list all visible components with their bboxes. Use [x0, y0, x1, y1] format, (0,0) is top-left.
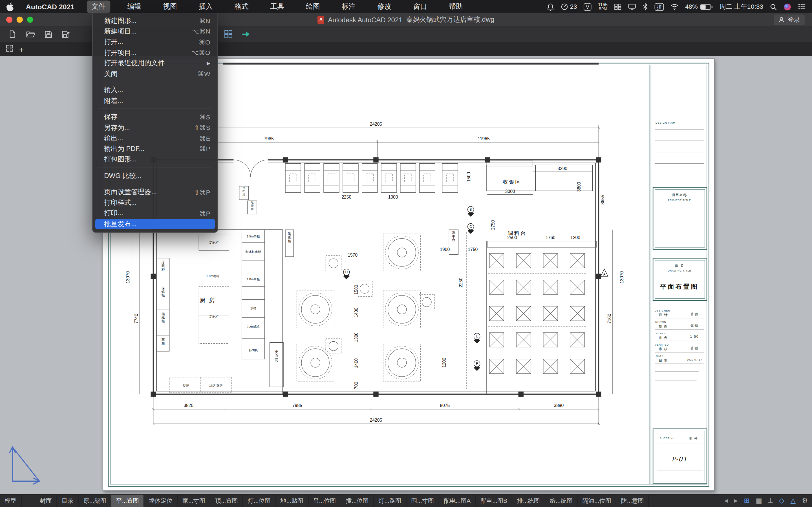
notifications-bell-icon[interactable] [547, 3, 554, 11]
menubar-menu-插入[interactable]: 插入 [194, 1, 217, 13]
app-menu-title[interactable]: AutoCAD 2021 [26, 3, 74, 11]
apple-menu-icon[interactable] [6, 2, 13, 11]
equip-label: 2.2m锅底 [247, 325, 260, 328]
room-label-kitchen: 厨 房 [200, 297, 216, 303]
layout-tab-13[interactable]: 围...寸图 [407, 495, 439, 507]
layout-tab-14[interactable]: 配电...图A [439, 495, 476, 507]
menubar-menu-帮助[interactable]: 帮助 [444, 1, 468, 13]
wifi-icon[interactable] [671, 4, 679, 10]
room-label-wash: 洗手台 [452, 231, 455, 242]
layout-tab-4[interactable]: 平...置图 [111, 495, 144, 507]
file-menu-item[interactable]: 页面设置管理器...⇧⌘P [93, 187, 218, 198]
file-menu-item[interactable]: 关闭⌘W [93, 68, 218, 79]
layout-tab-model[interactable]: 模型 [0, 495, 22, 507]
rpm-unit: RPM [599, 7, 607, 11]
annotation-scale-icon[interactable]: △ [790, 495, 795, 507]
display-icon[interactable] [628, 4, 636, 10]
file-menu-item[interactable]: 附着... [93, 96, 218, 106]
titleblock-sheet-label: SHEET No. [660, 437, 675, 440]
file-menu-item[interactable]: 打开项目...⌥⌘O [93, 47, 218, 58]
layout-tab-17[interactable]: 给...统图 [545, 495, 578, 507]
layout-tab-5[interactable]: 墙体定位 [144, 495, 177, 507]
ortho-mode-icon[interactable]: ⟂ [768, 495, 773, 507]
file-menu-item[interactable]: 打印样式... [93, 198, 218, 208]
layout-tab-18[interactable]: 隔油...位图 [578, 495, 616, 507]
file-menu-item[interactable]: 输入... [93, 85, 218, 96]
menubar-menu-文件[interactable]: 文件 [87, 1, 110, 13]
spotlight-search-icon[interactable] [770, 3, 777, 10]
menubar-menu-编辑[interactable]: 编辑 [123, 1, 146, 13]
file-menu-item[interactable]: 输出为 PDF...⌘P [93, 144, 218, 154]
control-center-icon[interactable] [798, 4, 806, 10]
titleblock-row-label: VERIFIED [655, 343, 669, 346]
cpu-gauge-indicator[interactable]: 23 [561, 3, 577, 10]
snap-mode-icon[interactable]: ▦ [756, 495, 762, 507]
tab-overview-grid-icon[interactable] [6, 45, 13, 54]
new-tab-plus-icon[interactable]: + [19, 45, 24, 53]
sign-in-button[interactable]: 登录 [774, 14, 805, 25]
menubar-menu-视图[interactable]: 视图 [158, 1, 182, 13]
file-menu-item[interactable]: 保存⌘S [93, 112, 218, 122]
menubar-menu-工具[interactable]: 工具 [266, 1, 289, 13]
marker-letter: F [476, 362, 478, 365]
dim-text: 7740 [134, 314, 139, 324]
layout-tab-11[interactable]: 插...位图 [341, 495, 374, 507]
layout-tab-16[interactable]: 排...统图 [512, 495, 545, 507]
menubar-menu-修改[interactable]: 修改 [373, 1, 396, 13]
file-menu-item[interactable]: 打印...⌘P [93, 208, 218, 219]
menubar-clock[interactable]: 周二 上午10:33 [719, 2, 763, 11]
file-menu-item[interactable]: DWG 比较... [93, 170, 218, 181]
layout-tab-15[interactable]: 配电...图B [476, 495, 512, 507]
dim-text: 3800 [576, 182, 581, 191]
layout-tab-12[interactable]: 灯...路图 [374, 495, 407, 507]
open-drawing-icon[interactable] [26, 31, 35, 38]
layout-tab-3[interactable]: 原...架图 [79, 495, 111, 507]
file-menu-item[interactable]: 打开最近使用的文件▶ [93, 58, 218, 69]
fan-rpm-indicator[interactable]: 1165 RPM [598, 3, 608, 11]
menu-item-label: 打印样式... [104, 198, 137, 207]
battery-indicator[interactable]: 48% [685, 3, 712, 10]
file-menu-item[interactable]: 打开...⌘O [93, 37, 218, 47]
v2ray-menu-icon[interactable]: V [583, 3, 591, 11]
layout-tab-10[interactable]: 吊...位图 [308, 495, 341, 507]
layout-tab-6[interactable]: 家...寸图 [177, 495, 210, 507]
file-menu-item[interactable]: 新建图形...⌘N [93, 15, 218, 26]
layout-tab-1[interactable]: 封面 [35, 495, 57, 507]
menubar-menu-窗口[interactable]: 窗口 [409, 1, 432, 13]
save-icon[interactable] [45, 30, 52, 38]
dim-text: 2250 [342, 194, 351, 200]
sheet-set-manager-icon[interactable] [224, 30, 232, 38]
stage-manager-icon[interactable] [614, 4, 622, 10]
menubar-menu-标注[interactable]: 标注 [337, 1, 360, 13]
layout-prev-icon[interactable]: ◀ [724, 495, 728, 507]
new-drawing-icon[interactable] [8, 30, 16, 38]
file-menu-item[interactable]: 批量发布... [95, 219, 215, 229]
menubar-menu-格式[interactable]: 格式 [230, 1, 253, 13]
close-window-button[interactable] [6, 17, 12, 23]
save-as-icon[interactable] [62, 30, 70, 38]
file-menu-item[interactable]: 新建项目...⌥⌘N [93, 26, 218, 37]
layout-tab-7[interactable]: 顶...置图 [210, 495, 243, 507]
layout-tab-19[interactable]: 防...意图 [616, 495, 649, 507]
object-snap-icon[interactable]: ◇ [779, 495, 784, 507]
input-method-icon[interactable]: 拼 [655, 3, 664, 11]
menu-item-shortcut: ⌘E [199, 134, 210, 142]
siri-icon[interactable] [783, 3, 792, 11]
bluetooth-icon[interactable] [643, 3, 648, 10]
grid-display-icon[interactable]: ⊞ [744, 495, 749, 507]
file-menu-item[interactable]: 另存为...⇧⌘S [93, 122, 218, 133]
titleblock-sheet-label: 图 号 [689, 437, 698, 441]
layout-tab-2[interactable]: 目录 [57, 495, 79, 507]
menubar-menu-绘图[interactable]: 绘图 [301, 1, 325, 13]
file-menu-item[interactable]: 输出...⌘E [93, 133, 218, 144]
menu-item-shortcut: ⌥⌘N [192, 27, 210, 36]
publish-icon[interactable] [242, 31, 251, 38]
zoom-window-button[interactable] [27, 17, 33, 23]
layout-tab-8[interactable]: 灯...位图 [243, 495, 276, 507]
layout-next-icon[interactable]: ▶ [734, 495, 738, 507]
file-menu-item[interactable]: 打包图形... [93, 154, 218, 165]
marker-letter: A [603, 272, 605, 276]
minimize-window-button[interactable] [17, 17, 23, 23]
customize-gear-icon[interactable]: ⚙ [802, 495, 808, 507]
layout-tab-9[interactable]: 地...贴图 [276, 495, 308, 507]
